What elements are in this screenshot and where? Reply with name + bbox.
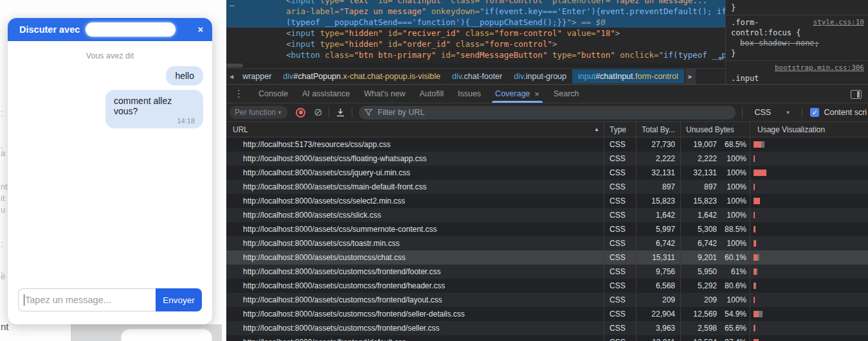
devtools-panel: … <input type="text" id="chatInput" clas… — [226, 0, 868, 341]
cell-usage-visualization — [750, 236, 868, 250]
table-row[interactable]: http://localhost:8000/assets/customcss/f… — [226, 321, 868, 335]
css-selector[interactable]: control:focus { — [731, 28, 864, 38]
table-rows: http://localhost:5173/resources/css/app.… — [226, 137, 868, 341]
cell-type: CSS — [604, 293, 637, 307]
usage-bar — [754, 198, 760, 204]
table-row[interactable]: http://localhost:8000/assets/customcss/f… — [226, 293, 868, 307]
column-header-usage-visualization[interactable]: Usage Visualization — [750, 122, 868, 137]
elements-code-pane: … <input type="text" id="chatInput" clas… — [226, 0, 725, 68]
content-scripts-checkbox[interactable]: ✓ — [810, 108, 819, 117]
chat-message-bubble: hello — [166, 66, 203, 85]
tab-autofill[interactable]: Autofill — [412, 85, 451, 103]
table-row[interactable]: http://localhost:8000/assets/customcss/c… — [226, 250, 868, 265]
table-row[interactable]: http://localhost:8000/assets/customcss/f… — [226, 279, 868, 293]
column-label: Type — [610, 125, 626, 134]
cell-unused-bytes: 15,823100% — [681, 194, 750, 208]
cell-url: http://localhost:8000/assets/css/summern… — [226, 222, 604, 236]
type-select-value: CSS — [754, 108, 771, 117]
breadcrumb-item[interactable]: wrapper — [237, 69, 277, 83]
dom-tree-node[interactable]: <input type="hidden" id="reciver_id" cla… — [286, 28, 725, 39]
table-row[interactable]: http://localhost:8000/assets/css/floatin… — [226, 152, 868, 166]
dock-side-icon[interactable] — [851, 90, 862, 99]
chat-header: Discuter avec × — [8, 18, 212, 41]
type-filter-select[interactable]: CSS ▼ — [749, 108, 795, 117]
tab-search[interactable]: Search — [547, 85, 586, 103]
dom-tree-node[interactable]: <button class="btn btn-primary" id="send… — [286, 49, 725, 60]
table-row[interactable]: http://localhost:8000/assets/css/slick.c… — [226, 208, 868, 222]
breadcrumb-item[interactable]: input#chatInput.form-control — [572, 69, 684, 83]
table-row[interactable]: http://localhost:8000/assets/frontend/de… — [226, 335, 868, 341]
tab-ai-assistance[interactable]: AI assistance — [295, 85, 357, 103]
column-header-url[interactable]: URL ▲ — [226, 122, 604, 137]
sort-ascending-icon: ▲ — [594, 127, 599, 132]
breadcrumb-item[interactable]: div.input-group — [508, 69, 572, 83]
usage-bar — [754, 297, 755, 303]
record-coverage-icon[interactable] — [296, 108, 305, 118]
more-tabs-icon[interactable]: ⋮ — [226, 88, 251, 100]
css-declaration-strikethrough[interactable]: box-shadow: none; — [731, 38, 864, 48]
style-source-link[interactable]: style.css:10 — [813, 17, 864, 28]
cell-type: CSS — [604, 194, 637, 208]
collapsed-ellipsis[interactable]: … — [230, 0, 235, 8]
tab-coverage[interactable]: Coverage× — [488, 85, 547, 103]
table-row[interactable]: http://localhost:5173/resources/css/app.… — [226, 137, 868, 152]
usage-bar — [754, 283, 756, 289]
table-row[interactable]: http://localhost:8000/assets/css/toastr.… — [226, 236, 868, 250]
cell-total-bytes: 15,311 — [637, 250, 681, 265]
table-row[interactable]: http://localhost:8000/assets/customcss/f… — [226, 307, 868, 321]
horizontal-scrollbar[interactable] — [226, 63, 725, 68]
close-icon[interactable]: × — [534, 89, 539, 99]
code-lines: <input type="text" id="chatInput" class=… — [286, 0, 725, 60]
scrollbar-thumb[interactable] — [226, 64, 243, 67]
cell-url: http://localhost:8000/assets/css/floatin… — [226, 152, 604, 166]
dom-tree-node[interactable]: <input type="text" id="chatInput" class=… — [286, 0, 725, 6]
breadcrumb-item[interactable]: div.chat-footer — [446, 69, 508, 83]
cell-type: CSS — [604, 222, 637, 236]
toolbar-divider — [802, 107, 802, 118]
chat-message-input[interactable] — [18, 288, 156, 311]
cell-usage-visualization — [750, 335, 868, 341]
tab-console[interactable]: Console — [251, 85, 295, 103]
cell-url: http://localhost:8000/assets/frontend/de… — [226, 335, 604, 341]
usage-bar — [754, 184, 755, 190]
export-download-icon[interactable] — [336, 108, 345, 117]
dom-tree-node[interactable]: <input type="hidden" id="order_id" class… — [286, 39, 725, 49]
tab-what-s-new[interactable]: What's new — [357, 85, 412, 103]
chat-popup: Discuter avec × Vous avez dit hello comm… — [8, 18, 212, 324]
breadcrumb-scroll-left-icon[interactable]: ◀ — [226, 74, 237, 80]
chat-footer: Envoyer — [18, 288, 202, 311]
coverage-scope-select[interactable]: Per function ▼ — [230, 106, 287, 119]
table-row[interactable]: http://localhost:8000/assets/css/jquery-… — [226, 166, 868, 180]
dom-tree-node[interactable]: aria-label="Tapez un message" onkeydown=… — [286, 6, 725, 17]
css-selector[interactable]: .form- — [731, 18, 759, 27]
clear-coverage-icon[interactable]: ⊘ — [314, 107, 322, 118]
cell-total-bytes: 9,756 — [637, 265, 681, 279]
table-row[interactable]: http://localhost:8000/assets/css/main-de… — [226, 180, 868, 194]
column-header-unused-bytes[interactable]: Unused Bytes — [681, 122, 750, 137]
table-row[interactable]: http://localhost:8000/assets/css/summern… — [226, 222, 868, 236]
column-header-total-bytes[interactable]: Total By... — [637, 122, 681, 137]
send-button[interactable]: Envoyer — [156, 288, 202, 311]
column-header-type[interactable]: Type — [604, 122, 637, 137]
toolbar-divider — [329, 107, 329, 118]
close-icon[interactable]: × — [198, 24, 203, 35]
coverage-toolbar: Per function ▼ ⊘ Filter by URL CSS ▼ ✓ C… — [226, 103, 868, 122]
chat-title: Discuter avec — [19, 24, 80, 35]
table-row[interactable]: http://localhost:8000/assets/css/select2… — [226, 194, 868, 208]
page-text-fragment: é — [1, 272, 5, 281]
breadcrumb-scroll-right-icon[interactable]: ▶ — [685, 69, 696, 84]
css-selector[interactable]: .input — [731, 73, 864, 83]
cell-unused-bytes: 5,30888.5% — [681, 222, 750, 236]
table-row[interactable]: http://localhost:8000/assets/customcss/f… — [226, 265, 868, 279]
rule-divider — [726, 15, 868, 15]
filter-by-url-input[interactable]: Filter by URL — [359, 106, 736, 119]
scroll-down-icon[interactable]: ▼ — [719, 55, 722, 62]
dom-tree-node[interactable]: (typeof __popupChatSend==='function'){__… — [286, 17, 725, 28]
style-source-link[interactable]: bootstrap.min.css:306 — [775, 63, 864, 73]
chat-message-time: 14:18 — [114, 117, 195, 125]
breadcrumb-item[interactable]: div#chatPopupn.x-chat.chat-popup.is-visi… — [277, 69, 446, 83]
cell-usage-visualization — [750, 166, 868, 180]
styles-pane: } style.css:10 .form- control:focus { bo… — [725, 0, 868, 84]
tab-issues[interactable]: Issues — [451, 85, 488, 103]
usage-bar — [754, 325, 755, 331]
